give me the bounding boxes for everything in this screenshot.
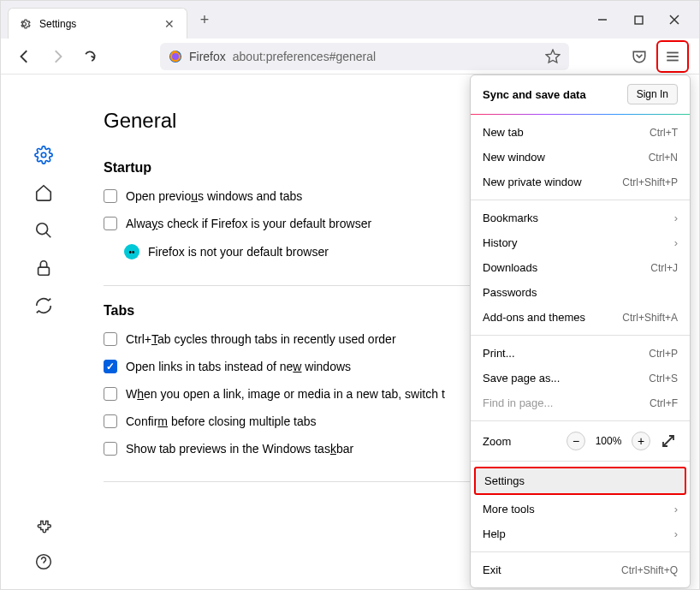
checkbox-label: Show tab previews in the Windows taskbar (126, 442, 353, 456)
menu-save-as[interactable]: Save page as...Ctrl+S (471, 366, 690, 390)
new-tab-button[interactable]: + (193, 8, 217, 32)
svg-point-5 (172, 53, 179, 60)
urlbar-text: about:preferences#general (233, 50, 538, 63)
bookmark-star-icon[interactable] (545, 49, 561, 64)
menu-new-tab[interactable]: New tabCtrl+T (471, 120, 690, 145)
forward-button[interactable] (44, 43, 71, 70)
menu-separator (471, 335, 690, 336)
menu-help[interactable]: Help› (471, 521, 690, 546)
checkbox-label: Open previous windows and tabs (126, 189, 302, 203)
zoom-value: 100% (594, 435, 623, 447)
firefox-icon (169, 50, 182, 63)
sidebar-extensions[interactable] (33, 517, 54, 538)
sidebar-home[interactable] (33, 182, 54, 203)
menu-downloads[interactable]: DownloadsCtrl+J (471, 255, 690, 280)
checkbox[interactable] (104, 387, 117, 401)
svg-point-9 (41, 152, 46, 158)
sidebar-search[interactable] (33, 220, 54, 241)
checkbox-label: Confirm before closing multiple tabs (126, 414, 317, 428)
sign-in-button[interactable]: Sign In (627, 84, 678, 104)
svg-rect-12 (39, 267, 50, 275)
app-menu: Sync and save data Sign In New tabCtrl+T… (470, 74, 691, 588)
maximize-button[interactable] (631, 12, 646, 27)
checkbox-checked[interactable] (104, 360, 117, 373)
menu-exit[interactable]: ExitCtrl+Shift+Q (471, 557, 690, 582)
default-browser-text: Firefox is not your default browser (148, 245, 329, 259)
settings-sidebar (1, 74, 86, 589)
sidebar-general[interactable] (33, 145, 54, 165)
menu-separator (471, 461, 690, 462)
checkbox-label: Open links in tabs instead of new window… (126, 360, 351, 373)
svg-line-14 (663, 436, 673, 446)
checkbox-label: When you open a link, image or media in … (126, 387, 445, 401)
chevron-right-icon: › (674, 212, 678, 224)
tab-title: Settings (39, 18, 156, 30)
zoom-in-button[interactable]: + (632, 432, 650, 450)
menu-settings[interactable]: Settings (474, 467, 686, 495)
sync-title: Sync and save data (483, 88, 586, 101)
checkbox[interactable] (104, 414, 117, 428)
menu-bookmarks[interactable]: Bookmarks› (471, 206, 690, 230)
zoom-out-button[interactable]: − (567, 432, 585, 450)
pocket-button[interactable] (626, 43, 653, 70)
gear-icon (19, 17, 33, 31)
menu-history[interactable]: History› (471, 230, 690, 255)
svg-rect-1 (635, 16, 643, 24)
chevron-right-icon: › (674, 236, 678, 249)
checkbox-label: Ctrl+Tab cycles through tabs in recently… (126, 332, 396, 346)
toolbar: Firefox about:preferences#general (1, 39, 699, 74)
checkbox[interactable] (104, 442, 117, 456)
browser-tab[interactable]: Settings ✕ (8, 8, 187, 39)
menu-more-tools[interactable]: More tools› (471, 497, 690, 521)
close-window-button[interactable] (667, 12, 682, 27)
urlbar-identity: Firefox (189, 50, 226, 63)
app-menu-button[interactable] (659, 43, 686, 70)
menu-gradient (471, 114, 690, 115)
reload-button[interactable] (76, 43, 104, 70)
svg-line-11 (46, 233, 51, 238)
menu-separator (471, 551, 690, 552)
menu-find: Find in page...Ctrl+F (471, 390, 690, 415)
checkbox[interactable] (104, 332, 117, 346)
svg-point-10 (37, 223, 48, 235)
sidebar-privacy[interactable] (33, 258, 54, 278)
menu-separator (471, 420, 690, 421)
chevron-right-icon: › (674, 503, 678, 516)
menu-new-window[interactable]: New windowCtrl+N (471, 145, 690, 170)
sidebar-sync[interactable] (33, 295, 54, 316)
checkbox[interactable] (104, 189, 117, 203)
menu-passwords[interactable]: Passwords (471, 280, 690, 305)
menu-new-private[interactable]: New private windowCtrl+Shift+P (471, 170, 690, 194)
chevron-right-icon: › (674, 527, 678, 540)
window-controls (595, 12, 692, 27)
menu-separator (471, 200, 690, 200)
fullscreen-button[interactable] (659, 432, 678, 450)
menu-sync-header: Sync and save data Sign In (471, 75, 690, 114)
menu-addons[interactable]: Add-ons and themesCtrl+Shift+A (471, 305, 690, 330)
url-bar[interactable]: Firefox about:preferences#general (160, 43, 569, 70)
menu-zoom: Zoom − 100% + (471, 426, 690, 456)
checkbox-label: Always check if Firefox is your default … (126, 217, 371, 230)
titlebar: Settings ✕ + (1, 1, 699, 39)
back-button[interactable] (11, 43, 39, 70)
sad-icon: •• (124, 244, 139, 259)
checkbox[interactable] (104, 217, 117, 230)
close-icon[interactable]: ✕ (163, 17, 176, 31)
sidebar-help[interactable] (33, 551, 54, 572)
minimize-button[interactable] (595, 12, 610, 27)
menu-print[interactable]: Print...Ctrl+P (471, 341, 690, 366)
